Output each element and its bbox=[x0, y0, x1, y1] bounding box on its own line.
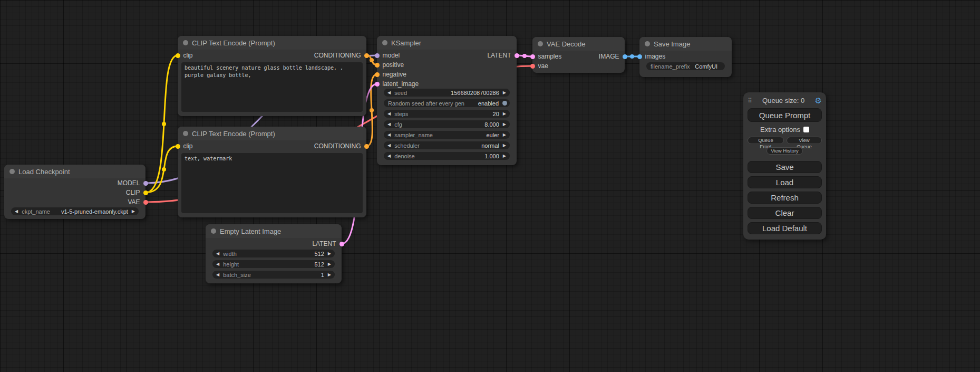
collapse-dot[interactable] bbox=[183, 131, 188, 136]
arrow-left-icon[interactable]: ◀ bbox=[387, 91, 391, 95]
arrow-right-icon[interactable]: ▶ bbox=[503, 144, 506, 148]
image-slot-dot[interactable] bbox=[637, 54, 642, 59]
ksampler-input-negative[interactable]: negative bbox=[377, 70, 406, 79]
load-button[interactable]: Load bbox=[748, 176, 822, 188]
clip-slot-dot[interactable] bbox=[176, 53, 180, 58]
vae-decode-input-vae[interactable]: vae bbox=[532, 61, 548, 71]
conditioning-slot-dot[interactable] bbox=[364, 144, 369, 149]
latent-slot-dot[interactable] bbox=[530, 54, 535, 59]
load-checkpoint-title-bar[interactable]: Load Checkpoint bbox=[4, 165, 145, 178]
positive-prompt-textarea[interactable]: beautiful scenery nature glass bottle la… bbox=[181, 62, 363, 112]
save-button[interactable]: Save bbox=[748, 161, 822, 173]
queue-front-button[interactable]: Queue Front bbox=[748, 137, 784, 144]
batch-size-widget[interactable]: ◀ batch_size 1 ▶ bbox=[212, 271, 335, 279]
arrow-right-icon[interactable]: ▶ bbox=[503, 154, 506, 158]
load-default-button[interactable]: Load Default bbox=[748, 222, 822, 234]
collapse-dot[interactable] bbox=[9, 169, 15, 174]
clip-input-slot[interactable]: clip bbox=[178, 51, 193, 60]
clear-button[interactable]: Clear bbox=[748, 207, 822, 219]
extra-options-checkbox[interactable] bbox=[803, 127, 809, 132]
empty-latent-title-bar[interactable]: Empty Latent Image bbox=[206, 224, 342, 238]
node-clip-text-encode-positive[interactable]: CLIP Text Encode (Prompt) clip CONDITION… bbox=[178, 36, 366, 116]
seed-widget[interactable]: ◀ seed 156680208700286 ▶ bbox=[384, 89, 510, 97]
collapse-dot[interactable] bbox=[538, 41, 543, 46]
clip-input-slot[interactable]: clip bbox=[178, 141, 193, 151]
toggle-dot[interactable] bbox=[502, 101, 507, 106]
latent-output-slot[interactable]: LATENT bbox=[312, 239, 342, 249]
conditioning-slot-dot[interactable] bbox=[375, 72, 380, 77]
drag-handle-icon[interactable]: ⠿ bbox=[748, 97, 752, 104]
arrow-right-icon[interactable]: ▶ bbox=[503, 133, 506, 137]
save-image-input-images[interactable]: images bbox=[639, 52, 665, 61]
load-checkpoint-output-model[interactable]: MODEL bbox=[118, 178, 145, 188]
conditioning-slot-dot[interactable] bbox=[364, 53, 369, 58]
conditioning-output-slot[interactable]: CONDITIONING bbox=[314, 141, 366, 151]
node-empty-latent-image[interactable]: Empty Latent Image LATENT ◀ width 512 ▶ … bbox=[206, 224, 342, 283]
settings-gear-icon[interactable]: ⚙ bbox=[815, 97, 822, 104]
node-load-checkpoint[interactable]: Load Checkpoint MODEL CLIP VAE ◀ ckpt_na… bbox=[4, 165, 145, 219]
refresh-button[interactable]: Refresh bbox=[748, 192, 822, 204]
ksampler-input-latent-image[interactable]: latent_image bbox=[377, 79, 419, 89]
collapse-dot[interactable] bbox=[645, 41, 650, 46]
steps-widget[interactable]: ◀ steps 20 ▶ bbox=[384, 110, 510, 118]
denoise-widget[interactable]: ◀ denoise 1.000 ▶ bbox=[384, 152, 510, 160]
latent-slot-dot[interactable] bbox=[375, 82, 380, 87]
node-ksampler[interactable]: KSampler model positive negative latent_… bbox=[377, 36, 517, 165]
vae-decode-input-samples[interactable]: samples bbox=[532, 52, 561, 61]
node-save-image[interactable]: Save Image images filename_prefix ComfyU… bbox=[639, 37, 732, 77]
arrow-right-icon[interactable]: ▶ bbox=[328, 262, 331, 266]
arrow-left-icon[interactable]: ◀ bbox=[216, 252, 219, 256]
arrow-left-icon[interactable]: ◀ bbox=[387, 154, 391, 158]
image-slot-dot[interactable] bbox=[623, 54, 627, 59]
load-checkpoint-output-clip[interactable]: CLIP bbox=[126, 188, 145, 197]
vae-slot-dot[interactable] bbox=[530, 64, 535, 69]
clip-slot-dot[interactable] bbox=[176, 144, 180, 149]
height-widget[interactable]: ◀ height 512 ▶ bbox=[212, 260, 335, 268]
collapse-dot[interactable] bbox=[211, 228, 216, 234]
node-clip-text-encode-negative[interactable]: CLIP Text Encode (Prompt) clip CONDITION… bbox=[178, 127, 366, 217]
arrow-left-icon[interactable]: ◀ bbox=[387, 144, 391, 148]
vae-decode-output-image[interactable]: IMAGE bbox=[599, 52, 625, 61]
arrow-left-icon[interactable]: ◀ bbox=[216, 273, 219, 277]
load-checkpoint-output-vae[interactable]: VAE bbox=[128, 197, 145, 207]
save-image-title-bar[interactable]: Save Image bbox=[639, 37, 732, 51]
model-slot-dot[interactable] bbox=[143, 181, 148, 186]
node-vae-decode[interactable]: VAE Decode samples vae IMAGE bbox=[532, 37, 625, 73]
view-history-button[interactable]: View History bbox=[766, 147, 803, 155]
ksampler-input-positive[interactable]: positive bbox=[377, 60, 404, 70]
arrow-right-icon[interactable]: ▶ bbox=[503, 91, 506, 95]
model-slot-dot[interactable] bbox=[375, 53, 380, 58]
clip-encode-title-bar[interactable]: CLIP Text Encode (Prompt) bbox=[178, 127, 366, 140]
vae-decode-title-bar[interactable]: VAE Decode bbox=[532, 37, 625, 51]
sampler-name-widget[interactable]: ◀ sampler_name euler ▶ bbox=[384, 131, 510, 139]
clip-encode-title-bar[interactable]: CLIP Text Encode (Prompt) bbox=[178, 36, 366, 50]
latent-slot-dot[interactable] bbox=[515, 53, 519, 58]
queue-prompt-button[interactable]: Queue Prompt bbox=[748, 108, 822, 122]
ksampler-output-latent[interactable]: LATENT bbox=[487, 51, 517, 60]
random-seed-toggle-widget[interactable]: Random seed after every gen enabled bbox=[384, 99, 510, 107]
ksampler-input-model[interactable]: model bbox=[377, 51, 400, 60]
clip-slot-dot[interactable] bbox=[143, 190, 148, 195]
arrow-right-icon[interactable]: ▶ bbox=[328, 273, 331, 277]
scheduler-widget[interactable]: ◀ scheduler normal ▶ bbox=[384, 141, 510, 149]
conditioning-output-slot[interactable]: CONDITIONING bbox=[314, 51, 366, 60]
ckpt-name-widget[interactable]: ◀ ckpt_name v1-5-pruned-emaonly.ckpt ▶ bbox=[11, 207, 139, 215]
ksampler-title-bar[interactable]: KSampler bbox=[377, 36, 517, 50]
arrow-right-icon[interactable]: ▶ bbox=[328, 252, 331, 256]
conditioning-slot-dot[interactable] bbox=[375, 63, 380, 68]
arrow-right-icon[interactable]: ▶ bbox=[503, 112, 506, 116]
negative-prompt-textarea[interactable]: text, watermark bbox=[181, 153, 363, 213]
arrow-left-icon[interactable]: ◀ bbox=[15, 209, 18, 214]
arrow-left-icon[interactable]: ◀ bbox=[387, 112, 391, 116]
arrow-left-icon[interactable]: ◀ bbox=[387, 133, 391, 137]
arrow-right-icon[interactable]: ▶ bbox=[132, 209, 135, 214]
collapse-dot[interactable] bbox=[382, 40, 387, 45]
width-widget[interactable]: ◀ width 512 ▶ bbox=[212, 250, 335, 257]
cfg-widget[interactable]: ◀ cfg 8.000 ▶ bbox=[384, 120, 510, 128]
view-queue-button[interactable]: View Queue bbox=[787, 137, 822, 144]
latent-slot-dot[interactable] bbox=[339, 242, 344, 246]
arrow-left-icon[interactable]: ◀ bbox=[387, 122, 391, 127]
vae-slot-dot[interactable] bbox=[143, 200, 148, 205]
collapse-dot[interactable] bbox=[183, 40, 188, 45]
filename-prefix-widget[interactable]: filename_prefix ComfyUI bbox=[646, 62, 725, 70]
